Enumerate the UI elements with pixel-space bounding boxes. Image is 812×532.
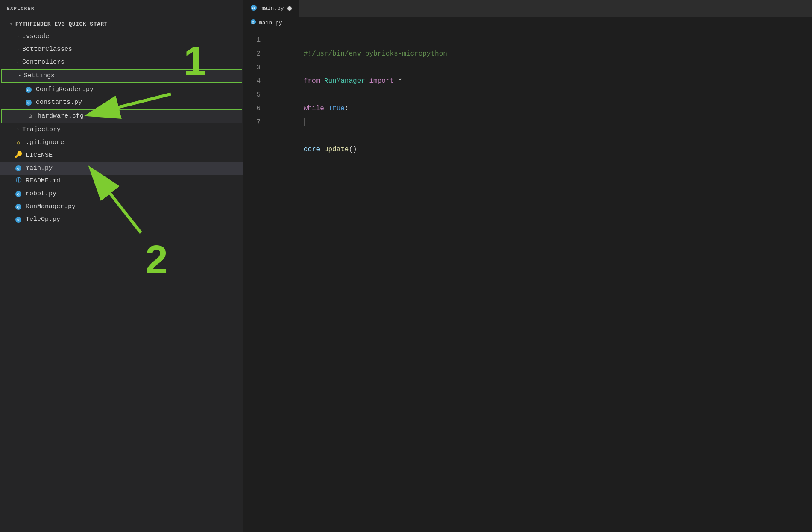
sidebar-item-label-readme: README.md <box>26 176 60 186</box>
line-num-6: 6 <box>243 102 261 115</box>
sidebar-item-runmanager[interactable]: ⚙ RunManager.py <box>0 200 243 213</box>
settings-chevron: ▾ <box>15 73 24 79</box>
sidebar-item-label-configreader: ConfigReader.py <box>36 85 94 95</box>
code-dot: . <box>320 146 324 153</box>
svg-text:⚙: ⚙ <box>17 205 20 210</box>
sidebar-item-label-gitignore: .gitignore <box>26 138 64 148</box>
sidebar-more-button[interactable]: ··· <box>229 4 237 13</box>
sidebar-item-label-mainpy: main.py <box>26 163 53 173</box>
svg-text:⚙: ⚙ <box>252 6 255 11</box>
line-num-1: 1 <box>243 33 261 47</box>
trajectory-chevron: › <box>14 126 22 133</box>
code-colon: : <box>345 105 349 112</box>
sidebar-wrapper: EXPLORER ··· ▾ PYTHFINDER-EV3-QUICK-STAR… <box>0 0 243 532</box>
code-content[interactable]: #!/usr/bin/env pybricks-micropython from… <box>267 33 812 528</box>
svg-text:⚙: ⚙ <box>17 192 20 197</box>
sidebar-item-vscode[interactable]: › .vscode <box>0 30 243 43</box>
code-area: 1 2 3 4 5 6 7 #!/usr/bin/env pybricks-mi… <box>243 29 812 532</box>
sidebar-title: EXPLORER <box>7 6 35 11</box>
sidebar-item-hardwarecfg[interactable]: ⚙ hardware.cfg <box>2 110 242 123</box>
line-num-2: 2 <box>243 47 261 61</box>
code-update: update <box>324 146 349 153</box>
cfg-icon: ⚙ <box>26 112 35 121</box>
sidebar-item-label-trajectory: Trajectory <box>22 125 61 135</box>
sidebar-item-constants[interactable]: ⚙ constants.py <box>0 96 243 109</box>
line-num-5: 5 <box>243 88 261 102</box>
breadcrumb-text: main.py <box>259 20 282 26</box>
sidebar: EXPLORER ··· ▾ PYTHFINDER-EV3-QUICK-STAR… <box>0 0 243 532</box>
sidebar-item-robotpy[interactable]: ⚙ robot.py <box>0 188 243 200</box>
svg-text:⚙: ⚙ <box>252 21 255 25</box>
code-line-1: #!/usr/bin/env pybricks-micropython <box>271 33 812 47</box>
svg-text:⚙: ⚙ <box>27 88 30 93</box>
code-shebang: #!/usr/bin/env pybricks-micropython <box>304 50 447 58</box>
line-num-7: 7 <box>243 115 261 129</box>
svg-text:⚙: ⚙ <box>17 218 20 223</box>
sidebar-item-label-license: LICENSE <box>26 150 53 161</box>
tab-mainpy[interactable]: ⚙ main.py <box>243 0 299 17</box>
python-icon-robotpy: ⚙ <box>14 191 23 197</box>
python-icon-constants: ⚙ <box>24 99 33 106</box>
indent-line <box>304 118 305 126</box>
code-import: import <box>365 77 398 85</box>
license-icon: 🔑 <box>14 150 23 161</box>
code-while: while <box>304 105 328 112</box>
sidebar-item-label-runmanager: RunManager.py <box>26 202 76 212</box>
gitignore-icon: ◇ <box>14 138 23 147</box>
sidebar-item-label-hardwarecfg: hardware.cfg <box>38 111 84 121</box>
code-parens: () <box>349 146 357 153</box>
code-line-7 <box>271 115 812 129</box>
code-core: core <box>304 146 320 153</box>
sidebar-root[interactable]: ▾ PYTHFINDER-EV3-QUICK-START <box>0 19 243 30</box>
controllers-chevron: › <box>14 59 22 66</box>
line-num-3: 3 <box>243 61 261 74</box>
sidebar-item-license[interactable]: 🔑 LICENSE <box>0 149 243 162</box>
breadcrumb-bar: ⚙ main.py <box>243 17 812 29</box>
sidebar-item-label-constants: constants.py <box>36 97 82 108</box>
sidebar-item-configreader[interactable]: ⚙ ConfigReader.py <box>0 83 243 96</box>
readme-icon: ⓘ <box>14 176 23 185</box>
svg-text:⚙: ⚙ <box>17 167 20 171</box>
betterclasses-chevron: › <box>14 46 22 53</box>
code-line-6: core.update() <box>271 102 812 115</box>
sidebar-header: EXPLORER ··· <box>0 0 243 17</box>
root-chevron: ▾ <box>7 21 15 28</box>
python-icon-teleop: ⚙ <box>14 216 23 223</box>
indent-space <box>304 129 317 143</box>
tab-filename: main.py <box>261 5 284 12</box>
python-icon-mainpy: ⚙ <box>14 165 23 172</box>
vscode-chevron: › <box>14 33 22 40</box>
code-line-3: from RunManager import * <box>271 61 812 74</box>
root-label: PYTHFINDER-EV3-QUICK-START <box>15 20 108 29</box>
sidebar-item-label-teleop: TeleOp.py <box>26 215 60 225</box>
sidebar-item-settings[interactable]: ▾ Settings <box>2 70 242 82</box>
sidebar-item-label-settings: Settings <box>24 71 55 81</box>
sidebar-item-readme[interactable]: ⓘ README.md <box>0 175 243 188</box>
editor-area: ⚙ main.py ⚙ main.py 1 2 3 4 5 6 7 <box>243 0 812 532</box>
sidebar-item-label-vscode: .vscode <box>22 32 49 42</box>
sidebar-item-label-betterclasses: BetterClasses <box>22 44 72 55</box>
sidebar-item-label-controllers: Controllers <box>22 57 64 68</box>
sidebar-item-betterclasses[interactable]: › BetterClasses <box>0 43 243 56</box>
tab-modified-dot <box>287 6 292 11</box>
code-star: * <box>398 77 402 85</box>
sidebar-tree: ▾ PYTHFINDER-EV3-QUICK-START › .vscode ›… <box>0 17 243 532</box>
sidebar-item-trajectory[interactable]: › Trajectory <box>0 123 243 136</box>
tab-python-icon: ⚙ <box>250 4 257 13</box>
line-num-4: 4 <box>243 74 261 88</box>
sidebar-item-teleop[interactable]: ⚙ TeleOp.py <box>0 213 243 226</box>
sidebar-item-mainpy[interactable]: ⚙ main.py <box>0 162 243 175</box>
code-true: True <box>328 105 344 112</box>
code-line-5: while True: <box>271 88 812 102</box>
code-module: RunManager <box>324 77 365 85</box>
code-from: from <box>304 77 324 85</box>
python-icon-runmanager: ⚙ <box>14 203 23 210</box>
sidebar-item-controllers[interactable]: › Controllers <box>0 56 243 69</box>
line-numbers: 1 2 3 4 5 6 7 <box>243 33 267 528</box>
tab-bar: ⚙ main.py <box>243 0 812 17</box>
sidebar-item-label-robotpy: robot.py <box>26 189 56 199</box>
python-icon-configreader: ⚙ <box>24 86 33 93</box>
sidebar-item-gitignore[interactable]: ◇ .gitignore <box>0 136 243 149</box>
breadcrumb-python-icon: ⚙ <box>250 19 256 27</box>
svg-text:⚙: ⚙ <box>27 101 30 106</box>
